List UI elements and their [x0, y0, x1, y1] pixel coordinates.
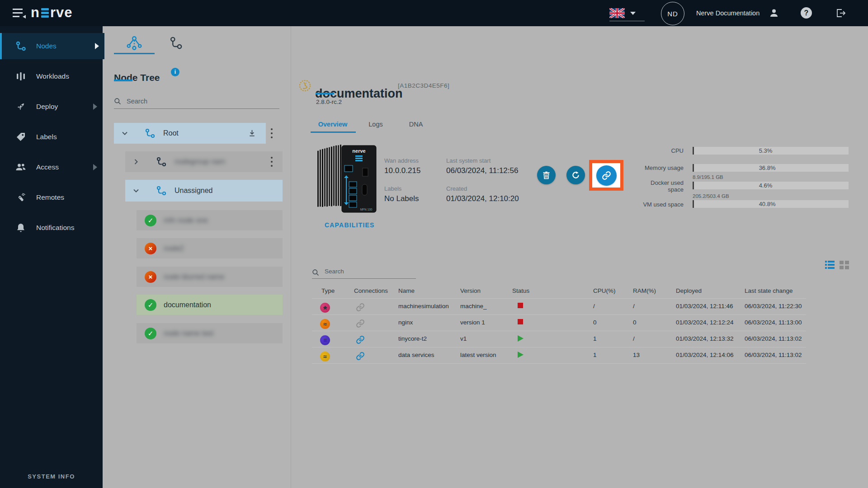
reboot-node-button[interactable] — [566, 166, 585, 184]
grid-view-icon[interactable] — [840, 261, 849, 269]
workload-search-input[interactable] — [312, 264, 416, 279]
submenu-arrow-icon — [95, 43, 99, 49]
node-serial: [A1B2C3D4E5F6] — [398, 82, 449, 89]
tree-node-row[interactable]: × node blurred name — [137, 267, 283, 287]
tab-logs[interactable]: Logs — [353, 121, 398, 128]
users-icon — [15, 162, 26, 173]
tree-node-row[interactable]: × node2 — [137, 238, 283, 258]
connection-link-icon[interactable] — [356, 319, 365, 328]
node-status-offline-icon: × — [145, 271, 156, 283]
tab-node-tree-icon[interactable] — [126, 35, 142, 52]
list-view-icon[interactable] — [825, 261, 835, 269]
user-avatar[interactable]: ND — [661, 2, 684, 25]
nodes-icon — [15, 41, 26, 52]
stat-label-cpu: CPU — [671, 147, 684, 154]
tree-group-root[interactable]: Root — [114, 123, 266, 144]
tree-group-blurred[interactable]: nodegroup nam — [125, 151, 283, 172]
chevron-right-icon[interactable] — [132, 158, 140, 165]
submenu-arrow-icon — [93, 103, 97, 110]
tab-overview[interactable]: Overview — [310, 121, 355, 128]
workloads-icon — [15, 71, 26, 82]
search-icon — [114, 98, 122, 105]
info-icon[interactable]: i — [171, 68, 179, 76]
uk-flag-icon — [609, 8, 625, 18]
tab-node-list-icon[interactable] — [168, 35, 184, 52]
vm-space-bar: 40.8% — [693, 200, 849, 208]
node-group-icon — [144, 127, 156, 139]
sidebar-item-notifications[interactable]: Notifications — [0, 215, 103, 241]
active-tab-underline — [114, 53, 155, 54]
kebab-menu-icon[interactable] — [269, 157, 275, 167]
stat-label-vm: VM used space — [643, 201, 684, 208]
sidebar-item-deploy[interactable]: Deploy — [0, 94, 103, 120]
node-group-icon — [156, 156, 167, 168]
status-stopped-icon — [518, 319, 523, 324]
workload-type-icon — [320, 335, 330, 345]
node-name-underline — [316, 93, 334, 94]
sidebar-item-remotes[interactable]: Remotes — [0, 184, 103, 211]
field-label: Labels — [384, 185, 401, 192]
table-row[interactable]: data services latest version 1 13 01/03/… — [312, 347, 806, 364]
connection-link-icon[interactable] — [356, 335, 365, 344]
tree-node-row-documentation[interactable]: ✓ documentation — [137, 295, 283, 315]
device-photo: nerve MFN 100 — [316, 143, 388, 215]
logout-icon[interactable] — [835, 8, 846, 19]
table-row[interactable]: tinycore-t2 v1 1 / 01/03/2024, 12:13:32 … — [312, 331, 806, 347]
field-value-labels: No Labels — [384, 194, 419, 203]
table-row[interactable]: machinesimulation machine_ / / 01/03/202… — [312, 298, 806, 314]
tab-dna[interactable]: DNA — [393, 121, 439, 128]
sidebar-item-nodes[interactable]: Nodes — [0, 33, 104, 59]
workload-type-icon — [320, 303, 330, 313]
memory-usage-bar: 36.8% — [693, 164, 849, 172]
submenu-arrow-icon — [93, 164, 97, 170]
reload-icon — [571, 170, 580, 180]
sidebar-item-access[interactable]: Access — [0, 154, 103, 180]
tree-search-input[interactable] — [114, 94, 279, 109]
chevron-down-icon[interactable] — [121, 130, 128, 137]
docker-space-detail: 8.9/195.1 GB — [693, 174, 723, 180]
chevron-down-icon[interactable] — [132, 187, 140, 194]
field-label: Wan address — [384, 157, 419, 164]
status-stopped-icon — [518, 303, 523, 308]
sidebar-item-workloads[interactable]: Workloads — [0, 63, 103, 89]
cpu-usage-bar: 5.3% — [693, 147, 849, 155]
apply-tree-icon[interactable] — [248, 129, 256, 137]
stat-label-docker: Docker used space — [642, 179, 684, 193]
page-title: Node Tree — [114, 72, 160, 83]
capabilities-link[interactable]: CAPABILITIES — [325, 221, 375, 229]
menu-toggle-icon[interactable] — [13, 7, 26, 19]
nerve-logo: n rve — [31, 5, 72, 21]
field-value-created: 01/03/2024, 12:10:20 — [446, 194, 519, 203]
vm-space-detail: 205.2/503.4 GB — [693, 193, 729, 199]
field-label: Created — [446, 185, 467, 192]
tree-search — [114, 94, 279, 109]
stat-label-memory: Memory usage — [645, 164, 684, 171]
search-icon — [312, 269, 319, 276]
trash-icon — [542, 170, 551, 180]
svg-text:MFN 100: MFN 100 — [360, 208, 373, 211]
status-started-icon — [518, 335, 524, 342]
connection-link-icon[interactable] — [356, 303, 365, 312]
table-row[interactable]: nginx version 1 0 0 01/03/2024, 12:12:24… — [312, 314, 806, 331]
profile-icon[interactable] — [769, 8, 779, 19]
connection-link-icon[interactable] — [356, 352, 365, 361]
status-started-icon — [518, 352, 524, 358]
sidebar: Nodes Workloads Deploy Labels Access Rem… — [0, 26, 103, 488]
connect-node-button[interactable] — [596, 165, 617, 186]
system-info-button[interactable]: SYSTEM INFO — [0, 473, 103, 480]
node-status-online-icon: ✓ — [145, 299, 156, 311]
language-selector[interactable] — [609, 5, 645, 21]
topbar: n rve ND Nerve Documentation ? — [0, 0, 868, 26]
rocket-icon — [15, 101, 26, 112]
sidebar-item-labels[interactable]: Labels — [0, 124, 103, 150]
tree-node-row[interactable]: ✓ mfn node one — [137, 210, 283, 230]
help-icon[interactable]: ? — [801, 7, 812, 19]
delete-node-button[interactable] — [537, 166, 556, 184]
node-status-online-icon: ✓ — [145, 215, 156, 226]
active-tab-underline — [311, 131, 356, 133]
table-header-row: Type Connections Name Version Status CPU… — [312, 285, 806, 298]
tree-group-unassigned[interactable]: Unassigned — [125, 180, 283, 202]
kebab-menu-icon[interactable] — [269, 128, 275, 138]
node-tree-panel: Node Tree i Root nodegroup nam Unassigne… — [103, 26, 291, 488]
tree-node-row[interactable]: ✓ node name test — [137, 323, 283, 343]
